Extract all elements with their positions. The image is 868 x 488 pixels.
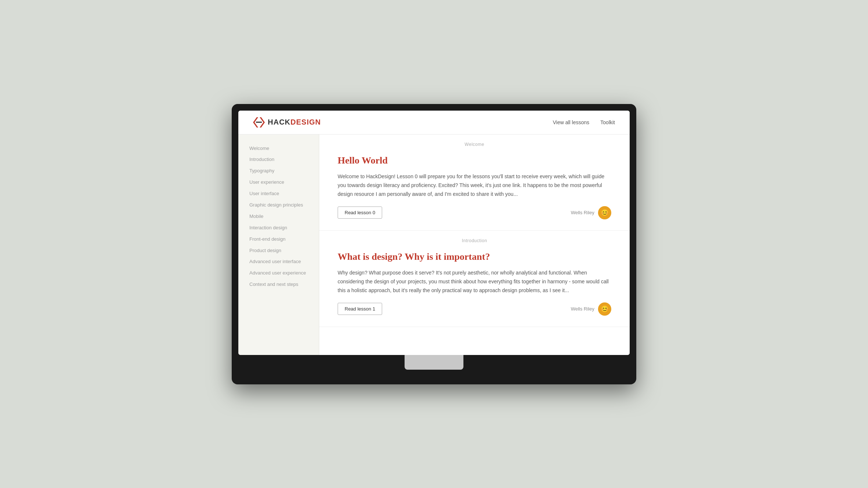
author-1: Wells Riley 😊 (571, 302, 611, 316)
author-name-0: Wells Riley (571, 210, 594, 215)
header: HACKDESIGN View all lessons Toolkit (238, 111, 630, 134)
lesson-footer-1: Read lesson 1 Wells Riley 😊 (338, 302, 611, 316)
author-0: Wells Riley 😊 (571, 206, 611, 219)
author-name-1: Wells Riley (571, 306, 594, 312)
browser-window: HACKDESIGN View all lessons Toolkit Welc… (238, 111, 630, 355)
sidebar-item-interaction-design[interactable]: Interaction design (249, 225, 312, 231)
avatar-1: 😊 (598, 302, 611, 316)
main-layout: Welcome Introduction Typography User exp… (238, 134, 630, 355)
sidebar-item-graphic-design[interactable]: Graphic design principles (249, 202, 312, 208)
lesson-footer-0: Read lesson 0 Wells Riley 😊 (338, 206, 611, 219)
sidebar: Welcome Introduction Typography User exp… (238, 134, 319, 355)
logo-text: HACKDESIGN (268, 118, 321, 126)
lesson-title-0: Hello World (338, 154, 611, 167)
lesson-excerpt-1: Why design? What purpose does it serve? … (338, 269, 611, 295)
sidebar-item-mobile[interactable]: Mobile (249, 214, 312, 220)
section-label-1: Introduction (319, 231, 630, 247)
nav-toolkit[interactable]: Toolkit (600, 119, 615, 125)
avatar-0: 😊 (598, 206, 611, 219)
sidebar-item-advanced-ui[interactable]: Advanced user interface (249, 259, 312, 265)
monitor: HACKDESIGN View all lessons Toolkit Welc… (232, 104, 636, 384)
monitor-stand (405, 355, 463, 370)
logo-icon (253, 117, 265, 128)
lesson-section-0: Welcome Hello World Welcome to HackDesig… (319, 134, 630, 231)
sidebar-item-frontend-design[interactable]: Front-end design (249, 236, 312, 243)
svg-rect-2 (256, 122, 262, 123)
sidebar-item-user-experience[interactable]: User experience (249, 179, 312, 186)
lesson-body-1: What is design? Why is it important? Why… (319, 247, 630, 327)
read-lesson-1-button[interactable]: Read lesson 1 (338, 303, 382, 315)
avatar-emoji-0: 😊 (601, 209, 609, 217)
logo-design: DESIGN (291, 118, 321, 126)
section-label-0: Welcome (319, 134, 630, 151)
logo: HACKDESIGN (253, 117, 321, 128)
logo-hack: HACK (268, 118, 291, 126)
avatar-emoji-1: 😊 (601, 305, 609, 313)
sidebar-item-context-next[interactable]: Context and next steps (249, 281, 312, 288)
read-lesson-0-button[interactable]: Read lesson 0 (338, 207, 382, 219)
lesson-title-1: What is design? Why is it important? (338, 251, 611, 263)
sidebar-item-product-design[interactable]: Product design (249, 248, 312, 254)
lesson-section-1: Introduction What is design? Why is it i… (319, 231, 630, 327)
content-area: Welcome Hello World Welcome to HackDesig… (319, 134, 630, 355)
nav-view-all-lessons[interactable]: View all lessons (553, 119, 589, 125)
sidebar-item-introduction[interactable]: Introduction (249, 157, 312, 163)
lesson-body-0: Hello World Welcome to HackDesign! Lesso… (319, 151, 630, 230)
sidebar-item-welcome[interactable]: Welcome (249, 146, 312, 152)
sidebar-item-advanced-ux[interactable]: Advanced user experience (249, 270, 312, 276)
nav-links: View all lessons Toolkit (553, 119, 615, 125)
lesson-excerpt-0: Welcome to HackDesign! Lesson 0 will pre… (338, 172, 611, 198)
sidebar-item-typography[interactable]: Typography (249, 168, 312, 174)
sidebar-item-user-interface[interactable]: User interface (249, 191, 312, 197)
